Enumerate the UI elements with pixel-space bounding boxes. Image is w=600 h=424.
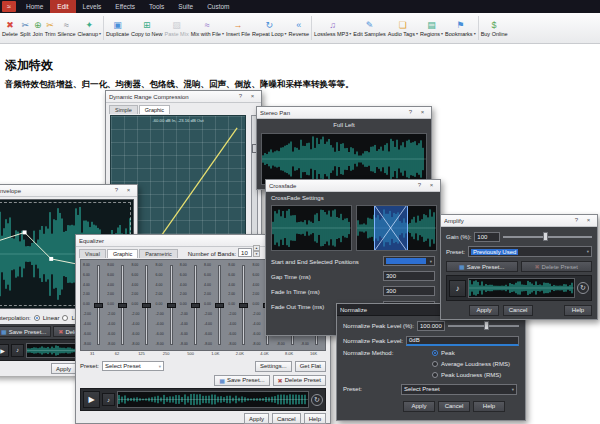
help-button[interactable]: ? [235,92,246,101]
toolbar-button-bookmarks[interactable]: ⚑Bookmarks▾ [444,13,477,43]
cancel-button[interactable]: Cancel [438,401,470,412]
toolbar-button-regions[interactable]: ▤Regions▾ [419,13,444,43]
refresh-icon[interactable]: ↻ [311,394,323,406]
audio-monitor-button[interactable]: ♪ [11,344,24,357]
bands-spinner[interactable]: ▲ ▼ [253,245,260,257]
save-preset-button[interactable]: ▦ Save Preset... [446,261,518,272]
ribbon-tab-suite[interactable]: Suite [171,0,200,13]
gain-slider[interactable] [503,232,592,242]
ribbon-tab-tools[interactable]: Tools [142,0,171,13]
interpolation-linear-radio[interactable] [34,315,40,321]
settings-button[interactable]: Settings... [255,361,292,372]
crossfade-region[interactable] [374,206,407,250]
equalizer-tab-graphic[interactable]: Graphic [107,249,138,258]
audio-monitor-button[interactable]: ♪ [449,280,466,297]
preset-select[interactable]: Select Preset ▾ [102,361,164,371]
eq-slider-handle[interactable] [215,303,224,308]
apply-button[interactable]: Apply [244,413,269,424]
eq-slider-handle[interactable] [118,303,127,308]
toolbar-button-buy-online[interactable]: $Buy Online [480,13,509,43]
delete-preset-button[interactable]: ✖ Delete Preset [521,261,593,272]
preset-select[interactable]: Select Preset ▾ [401,384,517,395]
help-button[interactable]: Help [473,401,505,412]
help-label: Help [572,307,584,313]
eq-slider-handle[interactable] [94,303,103,308]
help-button[interactable]: ? [571,216,582,225]
gain-input[interactable]: 100 [474,232,500,242]
refresh-icon[interactable]: ↻ [577,282,589,294]
delete-icon: ✖ [535,263,540,270]
apply-button[interactable]: Apply [403,401,435,412]
compression-tabs: SimpleGraphic [109,103,170,114]
play-button[interactable]: ▶ [0,344,9,357]
equalizer-tab-visual[interactable]: Visual [79,249,106,258]
toolbar-button-mix-with-file[interactable]: ≈Mix with File▾ [190,13,225,43]
ribbon-tab-levels[interactable]: Levels [76,0,109,13]
peak-db-input[interactable]: 0dB [406,336,519,346]
play-button[interactable]: ▶ [83,391,100,408]
eq-slider-handle[interactable] [142,303,151,308]
delete-preset-button[interactable]: ✖ Delete Preset [273,375,326,386]
toolbar-button-trim[interactable]: ✂Trim [44,13,57,43]
method-radio-average-loudness-rms[interactable] [432,361,438,367]
positions-select[interactable]: ▾ [383,256,435,266]
compression-tab-graphic[interactable]: Graphic [139,105,170,114]
toolbar-button-silence[interactable]: ≈Silence [57,13,77,43]
help-button[interactable]: ? [111,186,122,195]
slider-handle[interactable] [484,321,489,330]
ribbon-tab-effects[interactable]: Effects [108,0,142,13]
peak-percent-slider[interactable] [448,321,519,331]
close-button[interactable]: × [417,108,428,117]
eq-slider-handle[interactable] [239,303,248,308]
toolbar-button-edit-samples[interactable]: ✎Edit Samples [352,13,386,43]
toolbar-button-split[interactable]: ✂Split [19,13,32,43]
pan-waveform[interactable] [261,133,427,185]
toolbar-button-copy-to-new[interactable]: ⊞Copy to New [130,13,164,43]
preset-select[interactable]: Previously Used ▾ [468,246,592,257]
interpolation-log-radio[interactable] [62,315,68,321]
toolbar-button-audio-tags[interactable]: ❏Audio Tags▾ [387,13,419,43]
save-preset-button[interactable]: ▦ Save Preset... [214,375,269,386]
toolbar-button-join[interactable]: ⊕Join [32,13,44,43]
toolbar-button-duplicate[interactable]: ▣Duplicate [105,13,130,43]
method-radio-peak-loudness-rms[interactable] [432,372,438,378]
toolbar-button-cleanup[interactable]: ✦Cleanup▾ [77,13,103,43]
get-flat-button[interactable]: Get Flat [295,361,326,372]
save-preset-button[interactable]: ▦ Save Preset... [0,326,51,337]
fade-in-time-ms-input[interactable]: 300 [383,286,435,296]
ribbon-tab-edit[interactable]: Edit [50,0,75,13]
bands-input[interactable]: 10 [238,248,252,257]
ribbon-tab-home[interactable]: Home [19,0,50,13]
cancel-button[interactable]: Cancel [272,413,301,424]
crossfade-wave-right[interactable] [356,205,437,251]
eq-slider-handle[interactable] [167,303,176,308]
toolbar-button-insert-file[interactable]: →Insert File [225,13,251,43]
close-button[interactable]: × [247,92,258,101]
help-button[interactable]: ? [405,108,416,117]
apply-button[interactable]: Apply [469,305,499,316]
close-button[interactable]: × [123,186,134,195]
compression-tab-simple[interactable]: Simple [109,105,138,114]
gap-time-ms-input[interactable]: 300 [383,271,435,281]
equalizer-tab-parametric[interactable]: Parametric [139,249,178,258]
cancel-button[interactable]: Cancel [503,305,533,316]
method-radio-peak[interactable] [432,350,438,356]
help-button[interactable]: ? [414,181,425,190]
toolbar-button-reverse[interactable]: «Reverse [288,13,310,43]
eq-scale-label: 6.00 [83,274,93,278]
audio-monitor-button[interactable]: ♪ [102,393,115,406]
help-button[interactable]: Help [564,305,592,316]
spin-down-icon[interactable]: ▼ [253,251,260,257]
toolbar-button-repeat-loop[interactable]: ↻Repeat Loop▾ [251,13,288,43]
apply-button[interactable]: Apply [51,363,76,374]
peak-percent-input[interactable]: 100.000 [417,321,445,331]
close-button[interactable]: × [426,181,437,190]
toolbar-button-delete[interactable]: ✖Delete [1,13,19,43]
help-button[interactable]: Help [304,413,326,424]
close-button[interactable]: × [583,216,594,225]
ribbon-tab-custom[interactable]: Custom [200,0,236,13]
toolbar-button-lossless-mp3[interactable]: ♫Lossless MP3▾ [313,13,352,43]
eq-slider-handle[interactable] [191,303,200,308]
slider-handle[interactable] [543,232,548,241]
crossfade-wave-left[interactable] [271,205,352,251]
